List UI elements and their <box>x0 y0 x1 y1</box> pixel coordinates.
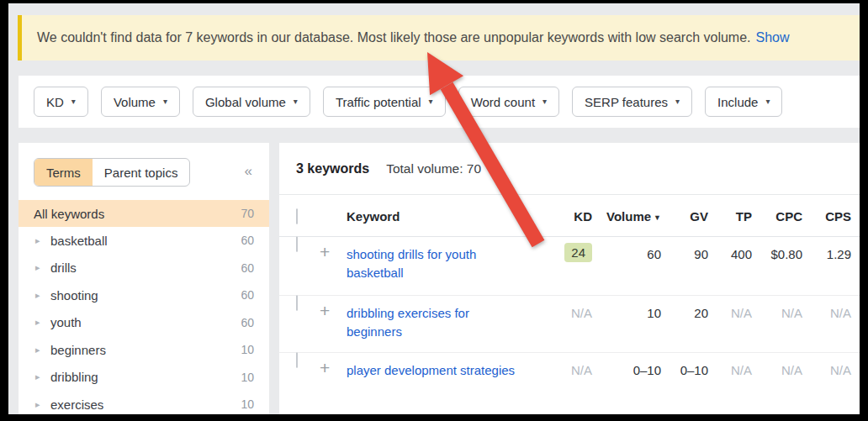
total-volume-value: 70 <box>467 161 481 176</box>
sidebar-item-beginners[interactable]: ▸ beginners 10 <box>19 336 269 364</box>
kd-value: N/A <box>533 296 592 320</box>
col-header-gv[interactable]: GV <box>661 195 708 224</box>
cpc-value: N/A <box>752 353 802 377</box>
filter-label: KD <box>46 95 64 109</box>
filter-traffic-potential-button[interactable]: Traffic potential ▾ <box>323 87 446 117</box>
sidebar-tabs: Terms Parent topics <box>34 158 190 187</box>
warning-banner: We couldn't find data for 7 keywords in … <box>18 15 860 61</box>
gv-value: 0–10 <box>661 353 708 377</box>
all-keywords-label: All keywords <box>34 207 104 221</box>
kd-badge: 24 <box>564 243 592 262</box>
term-count: 10 <box>241 371 254 384</box>
chevron-down-icon: ▾ <box>429 97 433 106</box>
keyword-link[interactable]: player development strategies <box>347 361 515 380</box>
term-label: dribbling <box>50 370 241 384</box>
all-keywords-count: 70 <box>241 207 254 220</box>
col-header-tp[interactable]: TP <box>708 195 752 224</box>
row-checkbox[interactable] <box>296 352 298 368</box>
expand-arrow-icon[interactable]: ▸ <box>35 317 50 328</box>
sidebar-item-all-keywords[interactable]: All keywords 70 <box>19 200 269 227</box>
col-header-keyword[interactable]: Keyword <box>347 195 533 224</box>
volume-value: 60 <box>592 237 661 261</box>
sidebar-item-youth[interactable]: ▸ youth 60 <box>19 309 269 337</box>
tp-value: N/A <box>708 296 752 320</box>
tp-value: 400 <box>708 237 752 261</box>
screenshot-frame: We couldn't find data for 7 keywords in … <box>0 0 868 421</box>
row-checkbox[interactable] <box>296 295 298 311</box>
col-header-cps[interactable]: CPS <box>802 195 851 224</box>
expand-arrow-icon[interactable]: ▸ <box>35 399 50 410</box>
keywords-count: 3 keywords <box>296 161 369 176</box>
sidebar-item-exercises[interactable]: ▸ exercises 10 <box>19 391 269 414</box>
warning-banner-text: We couldn't find data for 7 keywords in … <box>37 30 751 45</box>
filter-kd-button[interactable]: KD ▾ <box>34 87 88 117</box>
col-header-cpc[interactable]: CPC <box>752 195 802 224</box>
col-header-volume[interactable]: Volume▼ <box>592 195 661 224</box>
term-count: 10 <box>241 397 254 411</box>
keyword-link[interactable]: shooting drills for youth basketball <box>347 245 521 282</box>
filter-include-button[interactable]: Include ▾ <box>705 87 782 117</box>
filter-label: SERP features <box>585 95 668 109</box>
gv-value: 90 <box>661 237 708 261</box>
term-count: 60 <box>241 234 254 247</box>
add-keyword-icon[interactable]: + <box>316 353 347 376</box>
filter-label: Traffic potential <box>336 95 421 109</box>
chevron-down-icon: ▾ <box>765 97 770 106</box>
app-screen: We couldn't find data for 7 keywords in … <box>8 3 860 414</box>
term-count: 60 <box>241 316 254 329</box>
keywords-table-panel: 3 keywords Total volume: 70 Keyword KD V… <box>279 143 860 414</box>
volume-value: 10 <box>592 296 661 320</box>
sidebar-item-shooting[interactable]: ▸ shooting 60 <box>19 282 269 309</box>
expand-arrow-icon[interactable]: ▸ <box>35 371 50 382</box>
keyword-terms-sidebar: Terms Parent topics « All keywords 70 ▸ … <box>19 143 269 414</box>
cpc-value: N/A <box>752 296 802 320</box>
term-label: youth <box>50 315 241 329</box>
chevron-down-icon: ▾ <box>294 97 298 106</box>
chevron-down-icon: ▾ <box>163 97 167 106</box>
expand-arrow-icon[interactable]: ▸ <box>35 235 50 246</box>
total-volume-label: Total volume: <box>386 161 463 176</box>
term-label: drills <box>50 260 241 275</box>
chevron-down-icon: ▾ <box>675 97 680 106</box>
tab-terms[interactable]: Terms <box>34 159 93 186</box>
term-label: exercises <box>50 397 241 412</box>
table-row: + shooting drills for youth basketball 2… <box>279 237 860 296</box>
table-header-row: Keyword KD Volume▼ GV TP CPC CPS <box>279 195 860 237</box>
expand-arrow-icon[interactable]: ▸ <box>35 345 50 355</box>
term-label: beginners <box>50 343 241 357</box>
show-link[interactable]: Show <box>756 30 790 45</box>
chevron-down-icon: ▾ <box>542 97 547 106</box>
expand-arrow-icon[interactable]: ▸ <box>35 262 50 273</box>
kd-value: N/A <box>533 353 592 377</box>
col-header-kd[interactable]: KD <box>533 195 592 224</box>
row-checkbox[interactable] <box>296 236 298 252</box>
add-keyword-icon[interactable]: + <box>316 296 347 319</box>
cpc-value: $0.80 <box>752 237 802 261</box>
add-keyword-icon[interactable]: + <box>316 237 347 260</box>
chevron-down-icon: ▾ <box>71 97 76 106</box>
keyword-link[interactable]: dribbling exercises for beginners <box>347 304 521 341</box>
filter-bar: KD ▾ Volume ▾ Global volume ▾ Traffic po… <box>19 76 860 128</box>
sidebar-item-dribbling[interactable]: ▸ dribbling 10 <box>19 364 269 392</box>
sidebar-item-basketball[interactable]: ▸ basketball 60 <box>19 227 269 255</box>
cps-value: N/A <box>802 296 851 320</box>
tp-value: N/A <box>708 353 752 377</box>
select-all-checkbox[interactable] <box>296 208 298 224</box>
filter-serp-features-button[interactable]: SERP features ▾ <box>572 87 692 117</box>
total-volume: Total volume: 70 <box>386 161 481 176</box>
filter-volume-button[interactable]: Volume ▾ <box>101 87 180 117</box>
filter-label: Include <box>717 95 758 109</box>
tab-parent-topics[interactable]: Parent topics <box>93 159 190 186</box>
filter-global-volume-button[interactable]: Global volume ▾ <box>193 87 310 117</box>
volume-value: 0–10 <box>592 353 661 377</box>
sort-desc-icon: ▼ <box>654 213 661 222</box>
filter-word-count-button[interactable]: Word count ▾ <box>458 87 559 117</box>
term-count: 10 <box>241 343 254 356</box>
expand-arrow-icon[interactable]: ▸ <box>35 290 50 301</box>
collapse-sidebar-icon[interactable]: « <box>245 163 252 180</box>
term-count: 60 <box>241 261 254 275</box>
table-row: + player development strategies N/A 0–10… <box>279 353 860 414</box>
sidebar-item-drills[interactable]: ▸ drills 60 <box>19 255 269 282</box>
cps-value: 1.29 <box>802 237 851 261</box>
table-row: + dribbling exercises for beginners N/A … <box>279 296 860 353</box>
